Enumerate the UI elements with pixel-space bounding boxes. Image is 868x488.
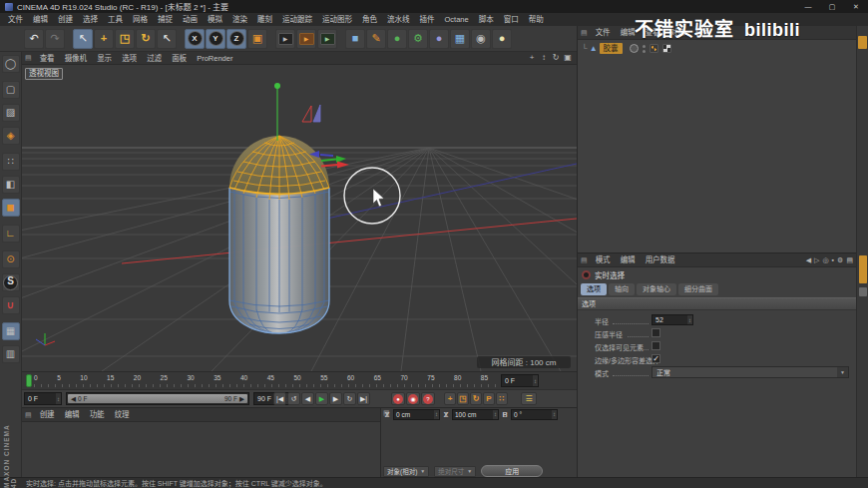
menu-item[interactable]: 创建 [53, 13, 78, 26]
stepper-icon[interactable]: ↕ [493, 410, 498, 419]
play-button[interactable]: ▶ [315, 392, 328, 405]
menu-item[interactable]: 雕刻 [252, 13, 277, 26]
mode-dropdown[interactable]: 正常 ▼ [651, 366, 849, 378]
layout-icon[interactable]: ▤ [846, 254, 853, 266]
dock-icon-top[interactable] [858, 36, 867, 49]
autokey-button[interactable]: ◉ [406, 392, 420, 405]
camera-menu[interactable]: ◉ [471, 29, 491, 49]
axis-mode-button[interactable]: ∟ [2, 225, 20, 243]
render-settings-button[interactable]: ▶ [317, 29, 337, 49]
menu-item[interactable]: 动画 [178, 13, 203, 26]
add-primitive-menu[interactable]: ■ [345, 29, 365, 49]
rotate-view-icon[interactable]: ↻ [550, 52, 562, 64]
polygon-object-icon[interactable]: ▲ [590, 44, 598, 53]
playhead-marker[interactable] [26, 374, 32, 387]
edges-mode-button[interactable]: ◧ [2, 176, 20, 194]
y-axis-toggle[interactable]: Y [206, 29, 225, 49]
material-menu-item[interactable]: 创建 [35, 408, 60, 421]
capsule-object[interactable] [229, 136, 329, 333]
material-menu-item[interactable]: 纹理 [110, 408, 135, 421]
light-menu[interactable]: ● [492, 29, 512, 49]
object-row[interactable]: └ ▲ 胶囊 [582, 42, 671, 55]
workplane-mode-button[interactable]: ◈ [2, 127, 20, 145]
attribute-tab[interactable]: 轴向 [609, 283, 635, 295]
timeline-ruler[interactable]: 051015202530354045505560657075808590 0 F… [22, 371, 577, 389]
next-frame-button[interactable]: ▶ [329, 392, 342, 405]
last-used-tool[interactable]: ↖ [157, 29, 177, 49]
prev-frame-button[interactable]: ◀ [301, 392, 314, 405]
deformer-menu[interactable]: ⚙ [408, 29, 428, 49]
stepper-icon[interactable]: ↕ [687, 315, 692, 324]
viewport-menu-item[interactable]: 面板 [167, 52, 192, 65]
menu-item[interactable]: 捕捉 [153, 13, 178, 26]
snap-toggle-button[interactable]: S [2, 273, 20, 291]
visible-only-checkbox[interactable] [651, 341, 660, 350]
menu-item[interactable]: Octane [440, 13, 474, 26]
coord-system-toggle[interactable]: ▣ [247, 29, 267, 49]
viewport-menu-item[interactable]: 过滤 [142, 52, 167, 65]
x-axis-toggle[interactable]: X [185, 29, 205, 49]
dock-tab-coordinates[interactable] [859, 255, 867, 283]
menu-item[interactable]: 脚本 [474, 13, 499, 26]
search-icon[interactable]: ◎ [823, 254, 829, 266]
subdivision-surface-menu[interactable]: ● [387, 29, 407, 49]
coordinate-mode-dropdown[interactable]: 对象(相对)▼ [383, 466, 429, 477]
menu-item[interactable]: 工具 [103, 13, 128, 26]
prev-key-button[interactable]: ↺ [287, 392, 300, 405]
y-axis-handle[interactable] [274, 83, 280, 89]
position-input[interactable]: 0 cm↕ [393, 409, 440, 420]
goto-end-button[interactable]: ▶| [357, 392, 370, 405]
viewport-menu-item[interactable]: 摄像机 [60, 52, 93, 65]
range-left-handle-icon[interactable]: ◀ [71, 395, 76, 403]
menu-item[interactable]: 文件 [3, 13, 28, 26]
magnet-button[interactable]: ∪ [2, 296, 20, 314]
minimize-button[interactable]: — [796, 0, 820, 13]
live-selection-tool[interactable]: ↖ [73, 29, 93, 49]
field-menu[interactable]: ● [429, 29, 449, 49]
plane-handle-red[interactable] [302, 106, 311, 122]
stepper-icon[interactable]: ↕ [552, 410, 557, 419]
rotate-tool[interactable]: ↻ [136, 29, 156, 49]
viewport-canvas[interactable]: 网格间距 : 100 cm [22, 65, 577, 371]
attribute-menu-item[interactable]: 模式 [591, 253, 616, 266]
options-section-header[interactable]: 选项 [578, 297, 856, 310]
size-input[interactable]: 100 cm↕ [452, 409, 499, 420]
attribute-tab[interactable]: 细分曲面 [678, 283, 718, 295]
environment-menu[interactable]: ▦ [450, 29, 470, 49]
stepper-icon[interactable]: ↕ [533, 375, 538, 386]
rotation-input[interactable]: 0 °↕ [511, 409, 558, 420]
uvw-tag-icon[interactable] [662, 44, 671, 53]
close-button[interactable]: ✕ [844, 0, 868, 13]
points-mode-button[interactable]: ∷ [2, 153, 20, 171]
apply-button[interactable]: 应用 [481, 465, 543, 477]
attribute-tab[interactable]: 对象轴心 [637, 283, 676, 295]
x-axis-handle-red[interactable] [337, 162, 349, 169]
menu-item[interactable]: 运动跟踪 [277, 13, 317, 26]
undo-icon[interactable]: ↶ [24, 29, 44, 49]
pan-view-icon[interactable]: + [526, 52, 538, 64]
menu-item[interactable]: 插件 [415, 13, 440, 26]
attribute-tab[interactable]: 选项 [581, 283, 607, 295]
maximize-button[interactable]: ▢ [820, 0, 844, 13]
perspective-viewport[interactable]: 透视视图 [22, 65, 577, 371]
menu-item[interactable]: 模拟 [203, 13, 227, 26]
texture-mode-button[interactable]: ▨ [2, 104, 20, 122]
radius-input[interactable]: 52 ↕ [651, 314, 693, 325]
scale-tool[interactable]: ◳ [115, 29, 135, 49]
viewport-menu-item[interactable]: 查看 [35, 52, 60, 65]
polygons-mode-button[interactable]: ◼ [2, 199, 20, 217]
viewport-menu-item[interactable]: ProRender [192, 52, 237, 65]
history-back-icon[interactable]: ◀ [806, 254, 811, 266]
menu-item[interactable]: 渲染 [227, 13, 252, 26]
frame-range-slider[interactable]: ◀0 F 90 F▶ [66, 392, 249, 405]
toggle-view-icon[interactable]: ▣ [562, 52, 574, 64]
range-right-handle-icon[interactable]: ▶ [239, 395, 244, 403]
gear-icon[interactable]: ⚙ [837, 254, 843, 266]
menu-item[interactable]: 流水线 [382, 13, 415, 26]
current-frame-spinner[interactable]: 0 F ↕ [24, 392, 62, 405]
object-manager-menu-item[interactable]: 文件 [591, 26, 616, 39]
redo-icon[interactable]: ↷ [45, 29, 65, 49]
menu-item[interactable]: 编辑 [28, 13, 53, 26]
key-pla-toggle[interactable]: ∷ [496, 392, 508, 405]
make-editable-button[interactable]: ◯ [2, 55, 20, 73]
